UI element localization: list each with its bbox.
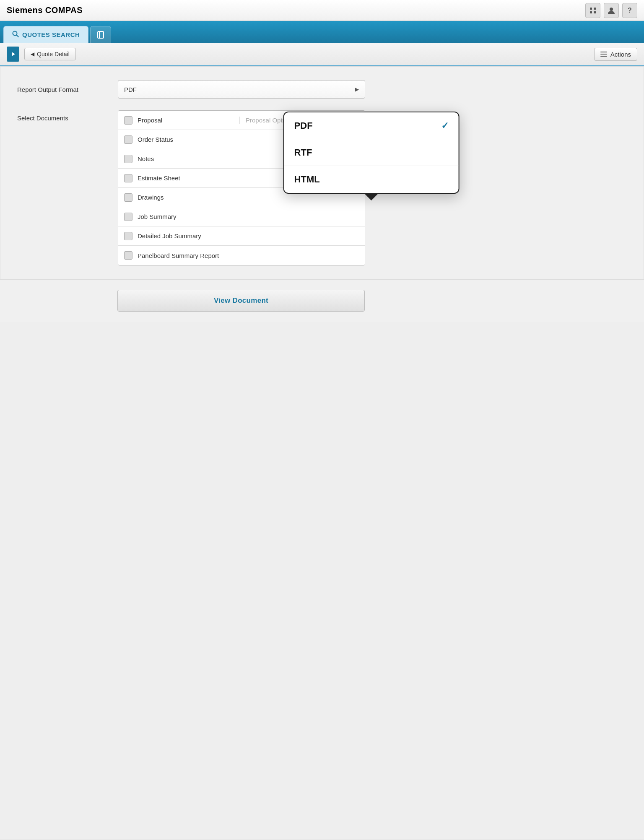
bottom-section: View Document xyxy=(0,280,644,322)
quotes-search-tab-label: QUOTES SEARCH xyxy=(22,31,80,38)
search-icon xyxy=(12,31,19,39)
format-label: Report Output Format xyxy=(17,86,118,93)
empty-area xyxy=(0,322,644,825)
grid-icon-button[interactable] xyxy=(585,3,600,18)
svg-rect-3 xyxy=(594,11,596,13)
popup-rtf-label: RTF xyxy=(294,147,312,158)
grid-icon xyxy=(589,7,596,14)
back-button[interactable]: ◀ Quote Detail xyxy=(24,48,76,60)
svg-rect-2 xyxy=(590,11,592,13)
doc-checkbox-panelboard-summary[interactable] xyxy=(124,251,132,260)
help-icon-button[interactable]: ? xyxy=(622,3,637,18)
popup-rtf-option[interactable]: RTF xyxy=(284,139,459,166)
popup-pdf-option[interactable]: PDF ✓ xyxy=(284,112,459,139)
popup-check-icon: ✓ xyxy=(441,120,449,131)
help-icon: ? xyxy=(628,7,632,14)
actions-button[interactable]: Actions xyxy=(594,48,637,61)
doc-checkbox-drawings[interactable] xyxy=(124,193,132,202)
doc-checkbox-notes[interactable] xyxy=(124,155,132,163)
doc-name-notes: Notes xyxy=(138,155,154,162)
book-icon xyxy=(96,31,105,39)
doc-item-panelboard-summary: Panelboard Summary Report xyxy=(118,246,365,265)
popup-pdf-label: PDF xyxy=(294,120,313,131)
doc-name-drawings: Drawings xyxy=(138,194,164,201)
user-icon-button[interactable] xyxy=(604,3,619,18)
doc-name-order-status: Order Status xyxy=(138,136,173,143)
toolbar: ◀ Quote Detail Actions xyxy=(0,43,644,66)
format-dropdown-popup: PDF ✓ RTF HTML xyxy=(283,112,460,194)
doc-checkbox-estimate-sheet[interactable] xyxy=(124,174,132,182)
format-dropdown-value: PDF xyxy=(124,86,137,93)
doc-checkbox-proposal[interactable] xyxy=(124,116,132,125)
header-icons: ? xyxy=(585,3,637,18)
popup-html-label: HTML xyxy=(294,174,320,185)
book-tab[interactable] xyxy=(90,26,111,43)
app-name-bold: COMPAS xyxy=(45,5,83,15)
nav-bar: QUOTES SEARCH xyxy=(0,21,644,43)
hamburger-icon xyxy=(600,52,607,57)
doc-checkbox-order-status[interactable] xyxy=(124,135,132,144)
quotes-search-tab[interactable]: QUOTES SEARCH xyxy=(3,26,88,43)
back-arrow-icon: ◀ xyxy=(31,51,34,57)
format-dropdown[interactable]: PDF ▶ xyxy=(118,80,365,99)
format-row: Report Output Format PDF ▶ xyxy=(17,80,627,99)
doc-name-detailed-job-summary: Detailed Job Summary xyxy=(138,232,201,239)
sidebar-toggle-button[interactable] xyxy=(7,47,19,62)
doc-name-proposal: Proposal xyxy=(138,117,162,124)
doc-checkbox-job-summary[interactable] xyxy=(124,213,132,221)
doc-item-detailed-job-summary: Detailed Job Summary xyxy=(118,226,365,246)
documents-label: Select Documents xyxy=(17,110,118,122)
app-header: Siemens COMPAS ? xyxy=(0,0,644,21)
app-logo: Siemens COMPAS xyxy=(7,5,83,15)
view-document-button[interactable]: View Document xyxy=(117,290,365,312)
main-content: PDF ✓ RTF HTML Report Output Format PDF … xyxy=(0,66,644,839)
actions-button-label: Actions xyxy=(610,51,631,58)
doc-checkbox-detailed-job-summary[interactable] xyxy=(124,232,132,240)
svg-marker-9 xyxy=(12,52,15,56)
app-name-prefix: Siemens xyxy=(7,5,43,15)
svg-rect-7 xyxy=(98,31,104,38)
popup-html-option[interactable]: HTML xyxy=(284,166,459,193)
svg-line-6 xyxy=(17,35,19,37)
doc-name-job-summary: Job Summary xyxy=(138,213,177,220)
svg-rect-1 xyxy=(594,8,596,10)
svg-point-4 xyxy=(610,8,613,11)
svg-rect-0 xyxy=(590,8,592,10)
doc-name-estimate-sheet: Estimate Sheet xyxy=(138,174,180,182)
sidebar-arrow-icon xyxy=(10,51,16,57)
doc-item-job-summary: Job Summary xyxy=(118,207,365,226)
view-document-label: View Document xyxy=(214,296,268,305)
doc-name-panelboard-summary: Panelboard Summary Report xyxy=(138,252,219,259)
user-icon xyxy=(608,7,615,14)
dropdown-arrow-icon: ▶ xyxy=(355,86,359,92)
back-button-label: Quote Detail xyxy=(37,51,70,57)
